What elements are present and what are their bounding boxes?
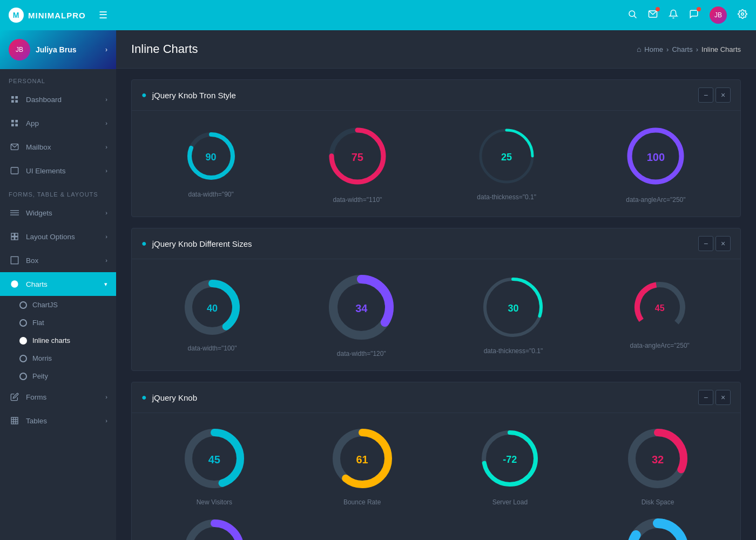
- sidebar-item-tables[interactable]: Tables ›: [0, 409, 116, 433]
- sidebar-item-charts[interactable]: Charts ▾: [0, 272, 116, 296]
- main-content: Inline Charts ⌂ Home › Charts › Inline C…: [116, 30, 756, 540]
- sidebar-item-app[interactable]: App ›: [0, 111, 116, 135]
- card-tron-style: ● jQuery Knob Tron Style − ×: [131, 79, 741, 217]
- sidebar-sub-flat[interactable]: Flat: [0, 314, 116, 332]
- knob-sizes-3-wrap: 30: [481, 275, 545, 342]
- topnav: M MINIMALPRO ☰ JB: [0, 0, 756, 30]
- card-tron-header: ● jQuery Knob Tron Style − ×: [132, 80, 740, 111]
- knob-bounce-rate-wrap: 61: [330, 426, 395, 493]
- widgets-label: Widgets: [26, 209, 105, 217]
- knob-sizes-3-label: data-thickness="0.1": [484, 347, 543, 355]
- knob-disk-space-wrap: 32: [625, 426, 690, 493]
- peity-dot: [19, 373, 27, 380]
- tables-label: Tables: [26, 417, 105, 425]
- knob-tron-3-label: data-thickness="0.1": [477, 193, 536, 201]
- svg-rect-15: [10, 212, 19, 213]
- card-tron-title: ● jQuery Knob Tron Style: [141, 90, 236, 100]
- knob-tron-4: 100 data-angleArc="250": [623, 124, 688, 204]
- knob-new-visitors: 45 New Visitors: [182, 426, 247, 506]
- card-knob-minimize[interactable]: −: [698, 390, 713, 405]
- knob-server-load-label: Server Load: [492, 498, 528, 506]
- logo-icon: M: [9, 8, 24, 23]
- app-logo[interactable]: M MINIMALPRO: [9, 8, 86, 23]
- knob-sizes-4: 45 data-angleArc="250": [630, 280, 690, 349]
- sidebar-item-box[interactable]: Box ›: [0, 248, 116, 272]
- card-sizes-icon: ●: [141, 239, 147, 248]
- sidebar-item-mailbox[interactable]: Mailbox ›: [0, 135, 116, 159]
- card-different-sizes: ● jQuery Knob Different Sizes − ×: [131, 228, 741, 371]
- inline-charts-dot: [19, 337, 27, 345]
- knob-server-load-wrap: -72: [477, 426, 542, 493]
- knob-sizes-1: 40 data-width="100": [183, 278, 242, 352]
- card-tron-title-text: jQuery Knob Tron Style: [152, 91, 236, 100]
- knob-tron-1-label: data-width="90": [188, 191, 234, 198]
- hamburger-button[interactable]: ☰: [99, 9, 107, 21]
- knob-tron-4-label: data-angleArc="250": [626, 196, 685, 204]
- knob-bounce-rate-value: 61: [356, 454, 368, 466]
- flat-label: Flat: [32, 319, 44, 327]
- card-tron-minimize[interactable]: −: [698, 87, 713, 103]
- svg-rect-10: [11, 124, 14, 126]
- sidebar-item-ui-elements[interactable]: UI Elements ›: [0, 159, 116, 183]
- card-knob-body: 45 New Visitors 61: [132, 413, 740, 540]
- card-sizes-title: ● jQuery Knob Different Sizes: [141, 239, 252, 248]
- sidebar-item-widgets[interactable]: Widgets ›: [0, 201, 116, 225]
- sidebar-sub-morris[interactable]: Morris: [0, 349, 116, 367]
- settings-icon[interactable]: [738, 9, 747, 22]
- bell-icon[interactable]: [669, 9, 678, 22]
- card-sizes-close[interactable]: ×: [716, 236, 731, 251]
- chat-icon[interactable]: [689, 9, 699, 22]
- card-knob-title-text: jQuery Knob: [152, 393, 197, 402]
- svg-rect-20: [15, 237, 18, 240]
- tables-icon: [9, 415, 21, 427]
- sidebar-item-dashboard[interactable]: Dashboard ›: [0, 87, 116, 111]
- sidebar-sub-inline-charts[interactable]: Inline charts: [0, 332, 116, 349]
- knob-tron-1-value: 90: [206, 152, 217, 163]
- breadcrumb-home[interactable]: Home: [644, 45, 663, 53]
- svg-rect-23: [11, 417, 18, 424]
- svg-rect-5: [15, 96, 18, 99]
- knob-tron-1-wrap: 90: [184, 129, 238, 185]
- mailbox-icon: [9, 141, 21, 153]
- card-knob-controls: − ×: [698, 390, 731, 405]
- sidebar-sub-chartjs[interactable]: ChartJS: [0, 296, 116, 314]
- sidebar-profile-arrow: ›: [105, 46, 107, 53]
- user-avatar[interactable]: JB: [710, 6, 727, 24]
- svg-point-0: [629, 11, 635, 17]
- knob-row-1: 45 New Visitors 61: [145, 426, 727, 506]
- knob-sizes-2-label: data-width="120": [337, 350, 386, 357]
- svg-rect-16: [10, 214, 19, 215]
- mail-icon[interactable]: [648, 9, 658, 22]
- topnav-right: JB: [627, 6, 747, 24]
- knob-sizes-4-label: data-angleArc="250": [630, 342, 690, 349]
- forms-icon: [9, 391, 21, 403]
- knob-row-2: 52 Bandwidth: [145, 517, 727, 540]
- sidebar-profile[interactable]: JB Juliya Brus ›: [0, 30, 116, 69]
- charts-submenu: ChartJS Flat Inline charts Morris Peity: [0, 296, 116, 385]
- forms-label: Forms: [26, 393, 105, 401]
- search-icon[interactable]: [627, 9, 637, 22]
- knob-cpu: 84 CPU: [625, 517, 690, 540]
- knob-sizes-1-wrap: 40: [183, 278, 242, 339]
- chartjs-dot: [19, 301, 27, 309]
- knob-tron-4-value: 100: [647, 151, 665, 164]
- knob-bounce-rate-label: Bounce Rate: [343, 498, 381, 506]
- app-name: MINIMALPRO: [28, 11, 86, 20]
- knob-sizes-2: 34 data-width="120": [326, 272, 396, 357]
- card-sizes-body: 40 data-width="100" 34: [132, 259, 740, 370]
- knob-bandwidth: 52 Bandwidth: [182, 517, 247, 540]
- card-sizes-controls: − ×: [698, 236, 731, 251]
- sidebar-sub-peity[interactable]: Peity: [0, 367, 116, 385]
- sizes-knobs-row: 40 data-width="100" 34: [145, 272, 727, 357]
- card-tron-close[interactable]: ×: [716, 87, 731, 103]
- layout-options-label: Layout Options: [26, 233, 105, 241]
- card-sizes-title-text: jQuery Knob Different Sizes: [152, 239, 252, 248]
- sidebar-item-layout-options[interactable]: Layout Options ›: [0, 225, 116, 248]
- breadcrumb-charts[interactable]: Charts: [672, 45, 692, 53]
- knob-new-visitors-value: 45: [208, 454, 220, 466]
- layout: JB Juliya Brus › PERSONAL Dashboard › Ap…: [0, 30, 756, 540]
- card-sizes-minimize[interactable]: −: [698, 236, 713, 251]
- sidebar-item-forms[interactable]: Forms ›: [0, 385, 116, 409]
- knob-sizes-2-value: 34: [355, 302, 367, 315]
- card-knob-close[interactable]: ×: [716, 390, 731, 405]
